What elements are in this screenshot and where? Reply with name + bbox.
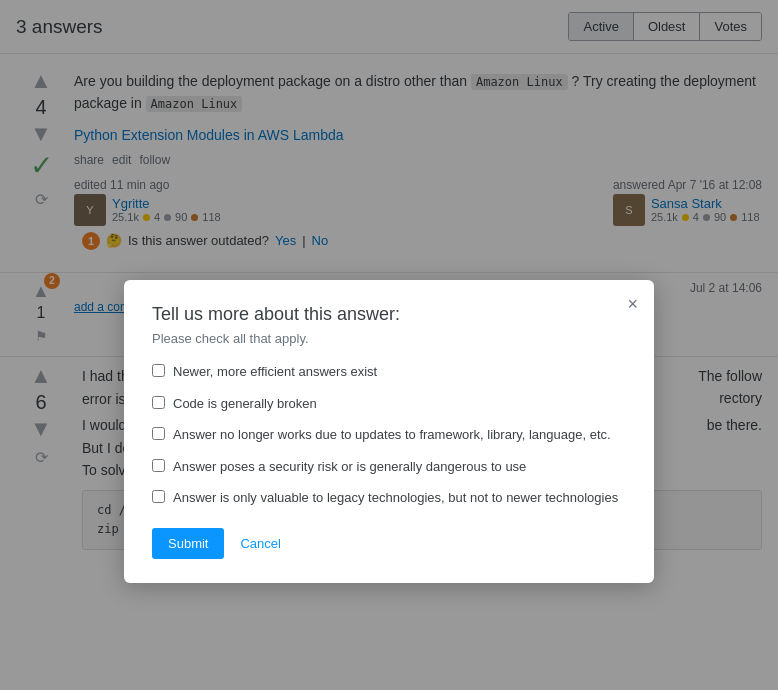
checkbox-label-5: Answer is only valuable to legacy techno… [173, 488, 618, 508]
checkbox-label-1: Newer, more efficient answers exist [173, 362, 377, 382]
checkbox-row-4: Answer poses a security risk or is gener… [152, 457, 626, 477]
modal-actions: Submit Cancel [152, 528, 626, 559]
modal-close-button[interactable]: × [627, 294, 638, 315]
submit-button[interactable]: Submit [152, 528, 224, 559]
checkbox-row-1: Newer, more efficient answers exist [152, 362, 626, 382]
checkbox-row-2: Code is generally broken [152, 394, 626, 414]
cancel-button[interactable]: Cancel [232, 528, 288, 559]
checkbox-2[interactable] [152, 396, 165, 409]
checkbox-4[interactable] [152, 459, 165, 472]
checkbox-row-3: Answer no longer works due to updates to… [152, 425, 626, 445]
checkbox-label-3: Answer no longer works due to updates to… [173, 425, 611, 445]
feedback-modal: Tell us more about this answer: Please c… [124, 280, 654, 583]
checkbox-5[interactable] [152, 490, 165, 503]
checkbox-label-2: Code is generally broken [173, 394, 317, 414]
checkbox-3[interactable] [152, 427, 165, 440]
checkbox-label-4: Answer poses a security risk or is gener… [173, 457, 526, 477]
modal-subtitle: Please check all that apply. [152, 331, 626, 346]
modal-title: Tell us more about this answer: [152, 304, 626, 325]
checkbox-1[interactable] [152, 364, 165, 377]
modal-overlay: Tell us more about this answer: Please c… [0, 0, 778, 690]
checkbox-row-5: Answer is only valuable to legacy techno… [152, 488, 626, 508]
